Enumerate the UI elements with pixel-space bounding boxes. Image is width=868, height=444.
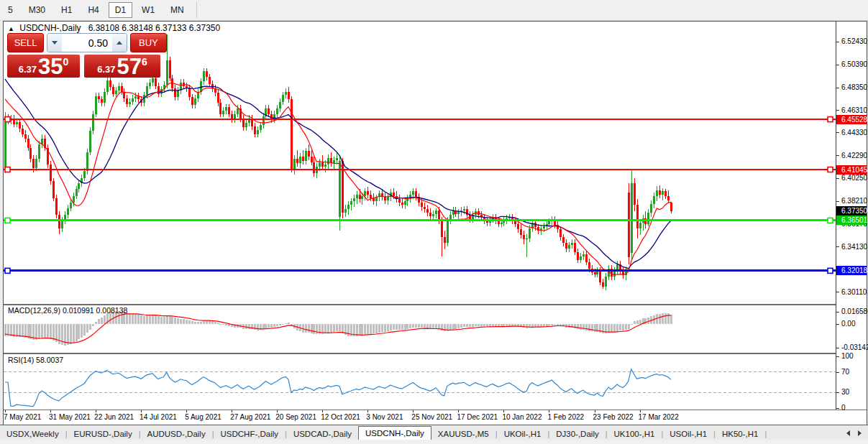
date-tick [367,410,368,412]
macd-histogram-bar [557,324,559,325]
macd-histogram-bar [378,324,380,333]
candle [559,229,562,237]
macd-axis-label: 0.00 [841,320,855,328]
candle [670,203,672,211]
rsi-pane-canvas [4,354,836,410]
rsi-indicator-label: RSI(14) 58.0037 [8,356,63,364]
timeframe-button-5[interactable]: 5 [1,2,19,18]
date-tick [322,410,323,412]
macd-histogram-bar [16,324,18,337]
buy-price-panel[interactable]: 6.37 57 6 [84,55,160,78]
pane-splitter[interactable] [4,304,867,305]
chart-tab-dj30-daily[interactable]: DJ30-,Daily [549,427,605,440]
support-line-green-handle[interactable] [828,218,833,223]
macd-histogram-bar [197,322,199,324]
time-axis[interactable]: 7 May 202131 May 202122 Jun 202114 Jul 2… [4,410,867,424]
macd-histogram-bar [251,324,253,329]
pane-splitter[interactable] [4,410,867,410]
candle [83,171,86,177]
resistance-line-upper-handle[interactable] [828,117,833,122]
axis-tick [836,392,839,393]
axis-tick [836,201,839,202]
macd-histogram-bar [211,321,214,324]
volume-increase-button[interactable] [112,34,127,52]
tab-scroll-right-button[interactable] [854,427,865,439]
chart-tab-usdcad-daily[interactable]: USDCAD-,Daily [287,427,358,440]
macd-histogram-bar [288,323,290,324]
timeframe-button-m30[interactable]: M30 [22,2,52,18]
candle [129,102,131,104]
support-line-green-handle[interactable] [5,218,10,223]
chart-tab-xauusd-m5[interactable]: XAUUSD-,M5 [431,427,495,440]
chart-tab-audusd-daily[interactable]: AUDUSD-,Daily [141,427,212,440]
timeframe-button-h4[interactable]: H4 [81,2,105,18]
resistance-line-lower-handle[interactable] [5,167,10,172]
candle [50,165,52,181]
candle [373,198,375,202]
date-label: 22 Jun 2021 [94,413,134,421]
macd-histogram-bar [412,324,414,328]
price-axis[interactable]: 6.524306.503906.483506.463106.443306.422… [836,22,867,410]
timeframe-button-h1[interactable]: H1 [55,2,78,18]
candle [55,198,58,215]
volume-decrease-button[interactable] [47,34,62,52]
chart-tab-hk50-h1[interactable]: HK50-,H1 [716,427,765,440]
support-line-blue-handle[interactable] [5,268,10,273]
sell-button[interactable]: SELL [7,33,44,52]
support-line-blue-handle[interactable] [828,268,833,273]
candle [24,134,27,139]
pane-splitter[interactable] [4,353,867,354]
macd-histogram-bar [152,315,154,324]
axis-tick [836,246,839,247]
macd-histogram-bar [631,324,633,325]
candle [361,196,363,200]
date-label: 17 Dec 2021 [457,413,498,421]
candle [70,203,72,208]
date-label: 23 Feb 2022 [593,413,634,421]
macd-histogram-bar [171,317,173,324]
resistance-line-upper-handle[interactable] [5,117,10,122]
chart-ohlc-values: 6.38108 6.38148 6.37133 6.37350 [88,23,221,33]
candle [659,190,661,195]
timeframe-button-mn[interactable]: MN [164,2,191,18]
macd-histogram-bar [163,317,165,324]
chart-tab-usdx-weekly[interactable]: USDX,Weekly [0,427,65,440]
candle [523,235,525,239]
chart-tab-usdchf-daily[interactable]: USDCHF-,Daily [214,427,285,440]
macd-histogram-bar [432,324,434,329]
volume-input[interactable] [62,34,112,52]
chart-tab-uk100-h1[interactable]: UK100-,H1 [608,427,662,440]
macd-histogram-bar [203,321,205,324]
date-tick [50,410,51,412]
candle [194,98,196,105]
axis-tick-label: 6.34130 [841,243,867,251]
resistance-line-lower-handle[interactable] [828,167,833,172]
candle [16,122,18,124]
candle [118,86,120,91]
timeframe-button-d1[interactable]: D1 [109,2,132,18]
date-tick [503,410,504,412]
buy-button[interactable]: BUY [130,33,167,52]
chart-tab-ukoil-h1[interactable]: UKOil-,H1 [498,427,548,440]
tab-scroll-left-button[interactable] [842,427,854,439]
symbol-collapse-icon[interactable]: ▲ [8,25,14,32]
macd-histogram-bar [308,324,310,333]
candle [404,201,406,205]
macd-histogram-bar [501,324,503,327]
macd-histogram-bar [585,324,588,330]
macd-histogram-bar [565,324,567,328]
candle [282,95,284,101]
date-label: 17 Mar 2022 [639,413,679,421]
timeframe-button-w1[interactable]: W1 [135,2,161,18]
date-tick [5,410,6,412]
candle [174,88,176,97]
tab-scroll-controls [842,425,868,440]
chart-tab-eurusd-daily[interactable]: EURUSD-,Daily [68,427,139,440]
chart-tab-usdcnh-daily[interactable]: USDCNH-,Daily [358,426,431,440]
chart-tab-usoil-h1[interactable]: USOil-,H1 [663,427,713,440]
macd-histogram-bar [206,320,208,324]
sell-price-panel[interactable]: 6.37 35 0 [7,55,80,78]
macd-histogram-bar [143,316,145,324]
candle [109,80,111,87]
macd-histogram-bar [472,324,474,327]
